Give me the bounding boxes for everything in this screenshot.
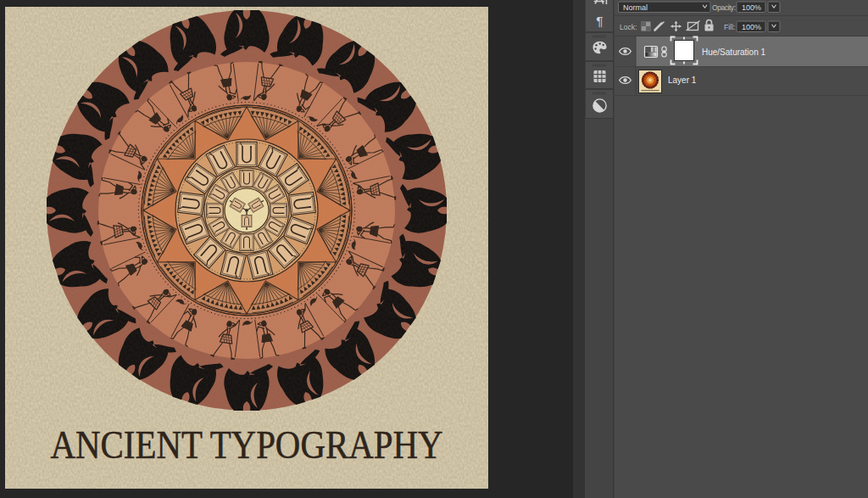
svg-text:Normal: Normal <box>623 3 648 12</box>
svg-text:Layer 1: Layer 1 <box>668 76 697 85</box>
svg-text:¶: ¶ <box>596 14 603 28</box>
svg-text:Lock:: Lock: <box>620 23 637 31</box>
svg-text:Opacity:: Opacity: <box>712 3 736 12</box>
svg-text:Hue/Saturation 1: Hue/Saturation 1 <box>702 48 765 57</box>
svg-text:Fill:: Fill: <box>724 23 735 31</box>
svg-text:100%: 100% <box>742 23 761 31</box>
svg-text:100%: 100% <box>742 3 761 12</box>
